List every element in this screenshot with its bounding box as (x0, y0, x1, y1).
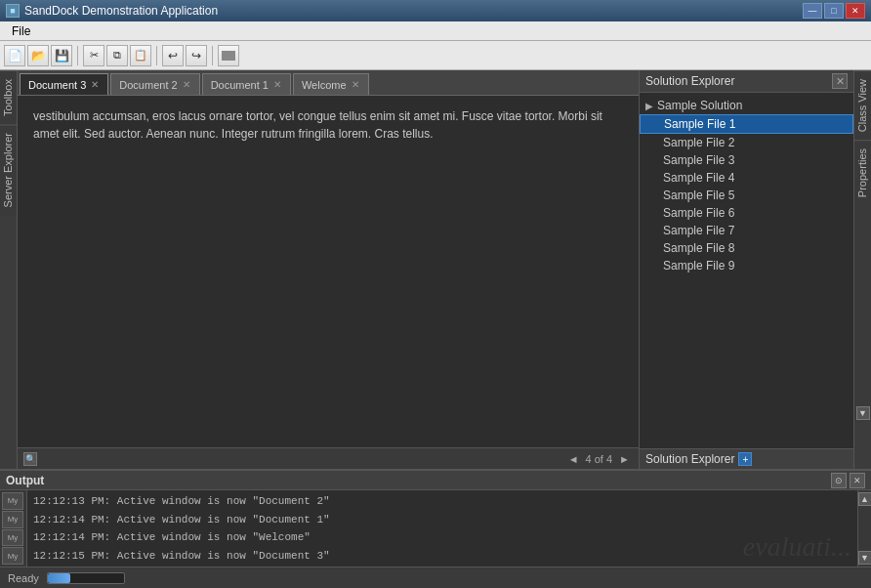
solution-explorer-title: Solution Explorer (645, 74, 734, 88)
tree-item-file3[interactable]: Sample File 3 (640, 151, 853, 169)
new-file-button[interactable]: 📄 (4, 45, 25, 66)
copy-button[interactable]: ⧉ (106, 45, 128, 66)
solution-explorer-footer: Solution Explorer + (640, 448, 853, 469)
minimize-button[interactable]: — (803, 3, 822, 19)
output-header-buttons: ⊙ ✕ (831, 473, 865, 488)
properties-tab[interactable]: Properties (854, 140, 871, 205)
document-tabs: Document 3 ✕ Document 2 ✕ Document 1 ✕ W… (18, 70, 639, 96)
document-content: vestibulum accumsan, eros lacus ornare t… (18, 96, 639, 447)
doc-tab-welcome[interactable]: Welcome ✕ (293, 73, 369, 95)
output-scroll-up-icon[interactable]: ▲ (858, 492, 872, 506)
cut-button[interactable]: ✂ (83, 45, 104, 66)
title-bar-buttons: — □ ✕ (803, 3, 865, 19)
scroll-down-button[interactable]: ▼ (856, 406, 870, 420)
solution-explorer-footer-label: Solution Explorer (645, 452, 734, 466)
undo-button[interactable]: ↩ (162, 45, 184, 66)
output-line-4: 12:12:15 PM: Active window is now "Docum… (33, 547, 851, 566)
prev-page-button[interactable]: ◄ (565, 453, 582, 465)
doc-tab-document1[interactable]: Document 1 ✕ (202, 73, 291, 95)
toolbar-separator-2 (156, 46, 157, 65)
left-panel-tabs: Toolbox Server Explorer (0, 70, 18, 469)
save-button[interactable]: 💾 (51, 45, 72, 66)
tree-item-file7[interactable]: Sample File 7 (640, 222, 853, 239)
solution-explorer-header: Solution Explorer ✕ (640, 70, 853, 93)
output-content: My My My My 12:12:13 PM: Active window i… (0, 490, 871, 567)
solution-root-label: Sample Solution (657, 99, 742, 112)
status-bar: Ready (0, 567, 871, 588)
extra-button[interactable] (218, 45, 239, 66)
tree-root-item[interactable]: ▶ Sample Solution (640, 97, 853, 114)
close-welcome-icon[interactable]: ✕ (351, 79, 360, 90)
output-icon-column: My My My My (0, 490, 27, 567)
output-row-icon-1: My (2, 492, 23, 510)
solution-tree: ▶ Sample Solution Sample File 1 Sample F… (640, 93, 853, 448)
output-options-button[interactable]: ⊙ (831, 473, 847, 488)
page-info: 4 of 4 (586, 453, 613, 465)
add-solution-button[interactable]: + (738, 452, 752, 466)
next-page-button[interactable]: ► (616, 453, 633, 465)
output-header: Output ⊙ ✕ (0, 471, 871, 490)
close-output-button[interactable]: ✕ (850, 473, 865, 488)
search-icon[interactable]: 🔍 (23, 452, 37, 466)
tree-item-file1[interactable]: Sample File 1 (640, 114, 853, 134)
close-solution-explorer-button[interactable]: ✕ (832, 73, 848, 89)
doc-tab-document3[interactable]: Document 3 ✕ (20, 73, 108, 95)
output-row-icon-2: My (2, 511, 23, 528)
tree-item-file2[interactable]: Sample File 2 (640, 134, 853, 151)
close-document2-icon[interactable]: ✕ (182, 79, 191, 90)
open-button[interactable]: 📂 (27, 45, 49, 66)
output-row-icon-4: My (2, 547, 23, 565)
paste-button[interactable]: 📋 (130, 45, 151, 66)
toolbar-separator-1 (77, 46, 78, 65)
center-area: Document 3 ✕ Document 2 ✕ Document 1 ✕ W… (18, 70, 639, 469)
status-text: Ready (8, 572, 39, 584)
file-menu[interactable]: File (4, 21, 38, 40)
doc-nav-bar: 🔍 ◄ 4 of 4 ► (18, 447, 639, 469)
output-line-3: 12:12:14 PM: Active window is now "Welco… (33, 528, 851, 547)
output-row-icon-3: My (2, 529, 23, 547)
app-title: SandDock Demonstration Application (24, 4, 218, 18)
toolbar-separator-3 (212, 46, 213, 65)
tree-item-file8[interactable]: Sample File 8 (640, 239, 853, 257)
output-text-area: 12:12:13 PM: Active window is now "Docum… (27, 490, 857, 567)
tree-item-file4[interactable]: Sample File 4 (640, 169, 853, 187)
tree-expand-icon: ▶ (645, 101, 653, 111)
status-progress-bar (47, 572, 125, 584)
main-area: Toolbox Server Explorer Document 3 ✕ Doc… (0, 70, 871, 469)
server-explorer-tab[interactable]: Server Explorer (0, 124, 17, 215)
status-progress-fill (48, 573, 70, 583)
toolbar: 📄 📂 💾 ✂ ⧉ 📋 ↩ ↪ (0, 41, 871, 70)
close-document3-icon[interactable]: ✕ (90, 79, 100, 90)
output-title: Output (6, 474, 44, 487)
redo-button[interactable]: ↪ (186, 45, 207, 66)
output-line-1: 12:12:13 PM: Active window is now "Docum… (33, 492, 851, 511)
title-bar: ■ SandDock Demonstration Application — □… (0, 0, 871, 21)
close-document1-icon[interactable]: ✕ (272, 79, 282, 90)
document-text: vestibulum accumsan, eros lacus ornare t… (33, 107, 623, 143)
output-scroll-down-icon[interactable]: ▼ (858, 551, 872, 565)
tree-item-file9[interactable]: Sample File 9 (640, 257, 853, 274)
output-scrollbar[interactable]: ▲ ▼ (857, 490, 871, 567)
toolbox-tab[interactable]: Toolbox (0, 70, 17, 124)
doc-tab-document2[interactable]: Document 2 ✕ (110, 73, 199, 95)
menu-bar: File (0, 21, 871, 41)
close-button[interactable]: ✕ (846, 3, 865, 19)
tree-item-file5[interactable]: Sample File 5 (640, 187, 853, 204)
app-icon: ■ (6, 4, 20, 18)
output-line-2: 12:12:14 PM: Active window is now "Docum… (33, 511, 851, 529)
class-view-tab[interactable]: Class View (854, 70, 871, 140)
solution-explorer-panel: Solution Explorer ✕ ▶ Sample Solution Sa… (639, 70, 853, 469)
maximize-button[interactable]: □ (824, 3, 844, 19)
tree-item-file6[interactable]: Sample File 6 (640, 204, 853, 222)
output-panel: Output ⊙ ✕ My My My My 12:12:13 PM: Acti… (0, 469, 871, 567)
